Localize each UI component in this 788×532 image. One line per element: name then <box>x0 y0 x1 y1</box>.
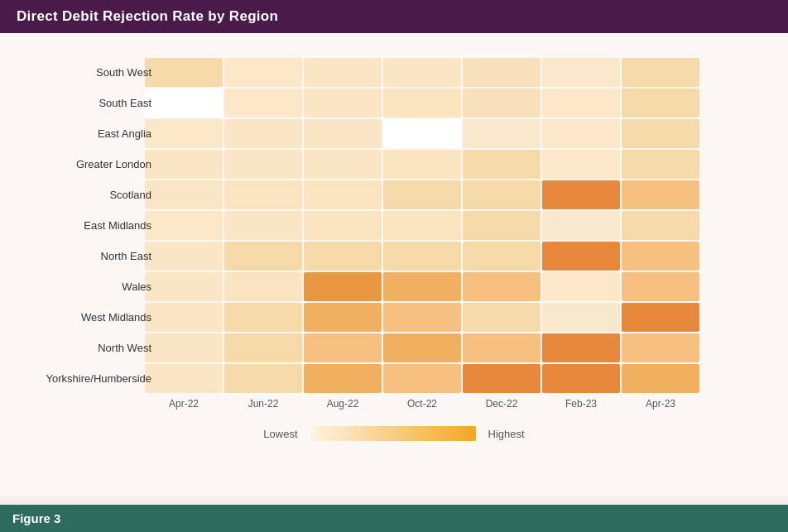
heat-cell <box>304 150 382 179</box>
heat-cell <box>304 119 382 148</box>
chart-title: Direct Debit Rejection Rate by Region <box>17 8 278 24</box>
table-row: South West <box>17 58 771 87</box>
x-axis-label: Oct-22 <box>383 398 461 410</box>
heat-cell <box>224 211 302 240</box>
heatmap-rows: South WestSouth EastEast AngliaGreater L… <box>17 58 771 393</box>
heat-cell <box>304 272 382 301</box>
region-label: East Anglia <box>33 127 161 140</box>
heat-cell <box>463 242 541 271</box>
legend-gradient <box>310 426 476 441</box>
heat-cell <box>224 119 302 148</box>
heat-cell <box>383 303 461 332</box>
heat-cell <box>542 333 620 362</box>
table-row: North East <box>17 242 771 271</box>
heat-cell <box>304 89 382 117</box>
heat-cell <box>622 272 699 301</box>
heat-cell <box>383 211 461 240</box>
x-axis-label: Apr-23 <box>622 398 699 410</box>
heat-cell <box>542 89 620 117</box>
heat-cell <box>463 58 541 87</box>
heat-cell <box>542 150 620 179</box>
heat-cell <box>224 272 302 301</box>
heat-cell <box>622 150 699 179</box>
heat-cell <box>463 303 541 332</box>
table-row: Scotland <box>17 180 771 209</box>
region-label: South West <box>33 66 161 79</box>
x-axis: Apr-22Jun-22Aug-22Oct-22Dec-22Feb-23Apr-… <box>145 398 771 410</box>
region-label: West Midlands <box>33 311 161 324</box>
heat-cell <box>463 119 541 148</box>
heat-cell <box>383 58 461 87</box>
heat-cell <box>304 242 382 271</box>
heat-cell <box>304 364 382 393</box>
heat-cell <box>383 242 461 271</box>
table-row: West Midlands <box>17 303 771 332</box>
heat-cell <box>542 364 620 393</box>
footer: Figure 3 <box>0 505 788 532</box>
x-axis-label: Jun-22 <box>224 398 302 410</box>
legend: Lowest Highest <box>17 426 771 441</box>
table-row: North West <box>17 333 771 362</box>
heat-cell <box>383 272 461 301</box>
chart-container: South WestSouth EastEast AngliaGreater L… <box>0 33 788 496</box>
region-label: South East <box>33 97 161 109</box>
heat-cell <box>622 242 699 271</box>
heat-cell <box>542 242 620 271</box>
heat-cell <box>463 180 541 209</box>
heat-cell <box>542 211 620 240</box>
heat-cell <box>224 242 302 271</box>
region-label: Scotland <box>33 189 161 201</box>
table-row: East Midlands <box>17 211 771 240</box>
heat-cell <box>304 180 382 209</box>
heat-cell <box>622 211 699 240</box>
heat-cell <box>224 180 302 209</box>
heat-cell <box>224 58 302 87</box>
heat-cell <box>383 150 461 179</box>
heat-cell <box>304 303 382 332</box>
heat-cell <box>383 364 461 393</box>
heat-cell <box>224 364 302 393</box>
heat-cell <box>542 303 620 332</box>
table-row: Yorkshire/Humberside <box>17 364 771 393</box>
header: Direct Debit Rejection Rate by Region <box>0 0 788 33</box>
region-label: Wales <box>33 280 161 293</box>
heat-cell <box>463 211 541 240</box>
heat-cell <box>622 303 699 332</box>
heat-cell <box>224 89 302 117</box>
heat-cell <box>383 119 461 148</box>
figure-label: Figure 3 <box>12 511 60 525</box>
heat-cell <box>542 119 620 148</box>
heat-cell <box>304 333 382 362</box>
region-label: North West <box>33 342 161 354</box>
legend-lowest: Lowest <box>263 428 297 440</box>
region-label: Greater London <box>33 158 161 170</box>
heat-cell <box>542 180 620 209</box>
heat-cell <box>542 58 620 87</box>
heat-cell <box>622 180 699 209</box>
x-axis-label: Dec-22 <box>463 398 541 410</box>
region-label: North East <box>33 250 161 262</box>
heat-cell <box>622 364 699 393</box>
heat-cell <box>224 333 302 362</box>
region-label: Yorkshire/Humberside <box>33 372 161 385</box>
region-label: East Midlands <box>33 219 161 232</box>
heat-cell <box>463 89 541 117</box>
heat-cell <box>463 272 541 301</box>
x-axis-label: Aug-22 <box>304 398 382 410</box>
table-row: East Anglia <box>17 119 771 148</box>
heat-cell <box>542 272 620 301</box>
heat-cell <box>383 180 461 209</box>
heat-cell <box>463 364 541 393</box>
heat-cell <box>383 89 461 117</box>
table-row: Greater London <box>17 150 771 179</box>
heat-cell <box>622 333 699 362</box>
heat-cell <box>304 211 382 240</box>
legend-highest: Highest <box>488 428 525 440</box>
heat-cell <box>622 89 699 117</box>
heat-cell <box>622 58 699 87</box>
x-axis-label: Feb-23 <box>542 398 620 410</box>
heat-cell <box>383 333 461 362</box>
heat-cell <box>463 333 541 362</box>
heat-cell <box>224 303 302 332</box>
heat-cell <box>463 150 541 179</box>
